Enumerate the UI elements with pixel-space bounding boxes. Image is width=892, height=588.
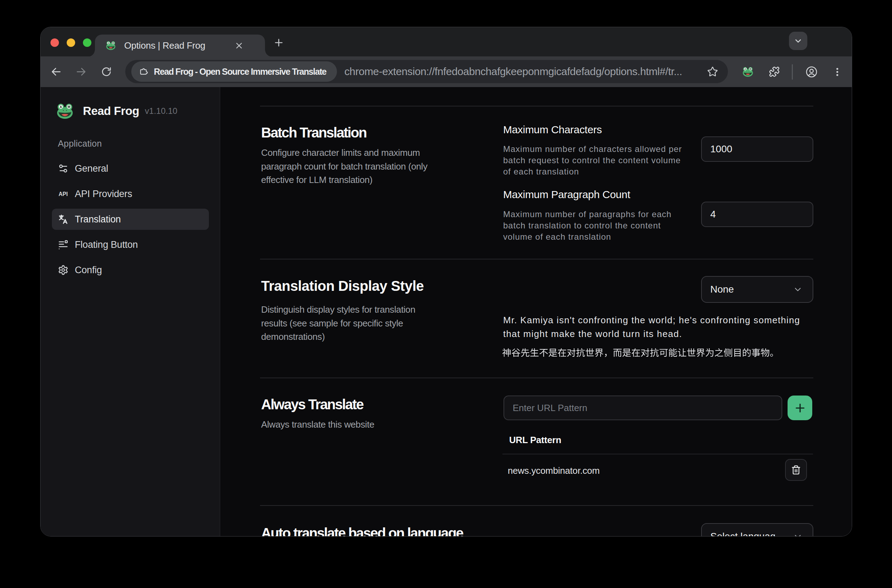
back-arrow-icon bbox=[50, 66, 62, 78]
always-translate-title: Always Translate bbox=[261, 397, 363, 412]
profile-avatar-icon[interactable] bbox=[801, 56, 822, 87]
display-style-selected-value: None bbox=[710, 284, 734, 295]
display-style-select[interactable]: None bbox=[701, 276, 813, 303]
address-bar[interactable]: Read Frog - Open Source Immersive Transl… bbox=[125, 60, 728, 83]
screen: Options | Read Frog Read Frog - Open Sou… bbox=[0, 0, 892, 588]
chevron-down-icon bbox=[793, 285, 803, 294]
url-pattern-column-header: URL Pattern bbox=[509, 435, 561, 446]
max-paragraph-description: Maximum number of paragraphs for each ba… bbox=[503, 209, 685, 243]
max-characters-input[interactable] bbox=[701, 136, 813, 162]
bookmark-star-icon[interactable] bbox=[705, 64, 720, 80]
sidebar-item-floating-button[interactable]: Floating Button bbox=[52, 234, 209, 255]
tab-search-button[interactable] bbox=[789, 32, 807, 50]
sliders-icon bbox=[58, 163, 68, 174]
sidebar-item-general[interactable]: General bbox=[52, 158, 209, 179]
batch-translation-title: Batch Translation bbox=[261, 125, 366, 141]
section-divider bbox=[260, 378, 813, 378]
tab-strip: Options | Read Frog bbox=[41, 27, 852, 56]
tab-title: Options | Read Frog bbox=[124, 34, 205, 57]
extension-frog-icon[interactable] bbox=[737, 56, 758, 87]
reload-button[interactable] bbox=[96, 56, 116, 87]
sidebar-section-label: Application bbox=[58, 138, 102, 149]
chevron-down-icon bbox=[794, 36, 803, 45]
minimize-window-button[interactable] bbox=[67, 38, 75, 47]
browser-tab[interactable]: Options | Read Frog bbox=[95, 34, 265, 57]
max-characters-description: Maximum number of characters allowed per… bbox=[503, 144, 685, 177]
table-header-divider bbox=[502, 454, 813, 454]
app-brand: Read Frog v1.10.10 bbox=[56, 103, 177, 120]
max-paragraph-label: Maximum Paragraph Count bbox=[503, 189, 630, 201]
chevron-down-icon bbox=[793, 532, 803, 537]
settings-main: Batch Translation Configure character li… bbox=[220, 87, 852, 537]
reload-icon bbox=[101, 66, 112, 77]
section-divider bbox=[260, 106, 813, 106]
extensions-puzzle-icon[interactable] bbox=[764, 56, 785, 87]
sidebar-item-label: Config bbox=[75, 265, 102, 276]
sidebar-item-label: General bbox=[75, 163, 108, 174]
auto-translate-language-select[interactable]: Select language bbox=[701, 523, 813, 537]
plus-icon bbox=[274, 38, 284, 48]
max-characters-label: Maximum Characters bbox=[503, 124, 602, 136]
sidebar-item-api-providers[interactable]: API API Providers bbox=[52, 183, 209, 204]
sidebar-item-label: API Providers bbox=[75, 189, 132, 200]
back-button[interactable] bbox=[46, 56, 66, 87]
zoom-window-button[interactable] bbox=[83, 38, 92, 47]
new-tab-button[interactable] bbox=[270, 34, 287, 51]
sidebar-item-config[interactable]: Config bbox=[52, 260, 209, 280]
page-content: Read Frog v1.10.10 Application General A… bbox=[41, 87, 852, 537]
tab-favicon-frog-icon bbox=[106, 40, 116, 50]
plus-icon bbox=[794, 402, 806, 414]
auto-translate-title: Auto translate based on language bbox=[261, 525, 463, 537]
forward-arrow-icon bbox=[75, 66, 87, 78]
floating-button-icon bbox=[58, 239, 68, 250]
app-version: v1.10.10 bbox=[145, 106, 177, 116]
browser-toolbar: Read Frog - Open Source Immersive Transl… bbox=[41, 56, 852, 87]
language-select-placeholder: Select language bbox=[710, 531, 775, 537]
sidebar: Read Frog v1.10.10 Application General A… bbox=[41, 87, 220, 537]
sidebar-item-label: Floating Button bbox=[75, 239, 138, 250]
max-paragraph-input[interactable] bbox=[701, 202, 813, 227]
batch-translation-description: Configure character limits and maximum p… bbox=[261, 146, 431, 187]
add-url-pattern-button[interactable] bbox=[788, 396, 812, 420]
browser-window: Options | Read Frog Read Frog - Open Sou… bbox=[40, 27, 852, 537]
read-frog-logo-icon bbox=[56, 103, 74, 120]
extension-chip-icon bbox=[139, 67, 148, 76]
tab-close-icon[interactable] bbox=[231, 38, 247, 53]
extension-chip-label: Read Frog - Open Source Immersive Transl… bbox=[154, 67, 326, 77]
sample-translated-text: 神谷先生不是在对抗世界，而是在对抗可能让世界为之侧目的事物。 bbox=[502, 348, 779, 360]
sidebar-item-label: Translation bbox=[75, 214, 121, 225]
url-pattern-input[interactable] bbox=[504, 396, 782, 420]
gear-icon bbox=[58, 265, 68, 275]
sidebar-item-translation[interactable]: Translation bbox=[52, 209, 209, 230]
sample-translation-glyphs bbox=[502, 348, 779, 358]
url-text: chrome-extension://fnfedoabnchafgkeeponm… bbox=[344, 60, 682, 83]
always-translate-description: Always translate this website bbox=[261, 418, 508, 432]
forward-button[interactable] bbox=[71, 56, 91, 87]
api-icon: API bbox=[58, 189, 68, 199]
trash-icon bbox=[791, 465, 801, 475]
browser-menu-kebab-icon[interactable] bbox=[827, 56, 848, 87]
app-name: Read Frog bbox=[83, 104, 139, 118]
sidebar-menu: General API API Providers Translation Fl… bbox=[52, 158, 209, 285]
sample-translated-text-string: 神谷先生不是在对抗世界，而是在对抗可能让世界为之侧目的事物。 bbox=[779, 348, 780, 348]
close-window-button[interactable] bbox=[50, 38, 59, 47]
url-pattern-row: news.ycombinator.com bbox=[508, 465, 600, 476]
svg-text:API: API bbox=[59, 191, 68, 197]
toolbar-separator bbox=[792, 64, 793, 80]
delete-url-pattern-button[interactable] bbox=[785, 459, 807, 481]
display-style-description: Distinguish display styles for translati… bbox=[261, 303, 431, 344]
sample-original-text: Mr. Kamiya isn't confronting the world; … bbox=[503, 314, 815, 340]
section-divider bbox=[260, 505, 813, 506]
section-divider bbox=[260, 259, 813, 260]
display-style-title: Translation Display Style bbox=[261, 278, 424, 294]
translate-icon bbox=[58, 214, 68, 225]
extension-name-chip[interactable]: Read Frog - Open Source Immersive Transl… bbox=[131, 62, 337, 82]
